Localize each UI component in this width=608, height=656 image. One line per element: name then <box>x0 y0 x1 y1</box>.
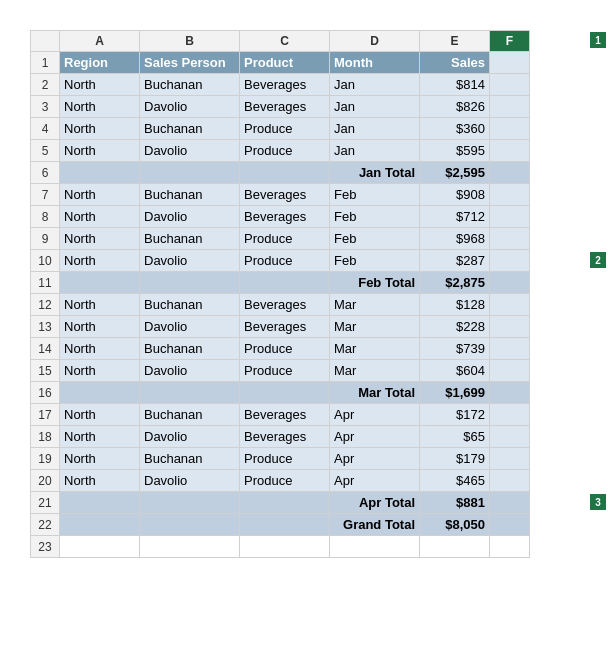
cell-8-B[interactable]: Davolio <box>140 206 240 228</box>
cell-10-A[interactable]: North <box>60 250 140 272</box>
cell-11-E[interactable]: $2,875 <box>420 272 490 294</box>
cell-7-C[interactable]: Beverages <box>240 184 330 206</box>
col-header-A[interactable]: A <box>60 30 140 52</box>
cell-5-B[interactable]: Davolio <box>140 140 240 162</box>
cell-7-E[interactable]: $908 <box>420 184 490 206</box>
cell-18-D[interactable]: Apr <box>330 426 420 448</box>
cell-14-C[interactable]: Produce <box>240 338 330 360</box>
cell-6-E[interactable]: $2,595 <box>420 162 490 184</box>
cell-16-B[interactable] <box>140 382 240 404</box>
cell-22-E[interactable]: $8,050 <box>420 514 490 536</box>
cell-15-D[interactable]: Mar <box>330 360 420 382</box>
cell-13-D[interactable]: Mar <box>330 316 420 338</box>
cell-14-E[interactable]: $739 <box>420 338 490 360</box>
cell-2-E[interactable]: $814 <box>420 74 490 96</box>
cell-14-D[interactable]: Mar <box>330 338 420 360</box>
cell-20-B[interactable]: Davolio <box>140 470 240 492</box>
cell-16-D[interactable]: Mar Total <box>330 382 420 404</box>
cell-10-B[interactable]: Davolio <box>140 250 240 272</box>
cell-22-B[interactable] <box>140 514 240 536</box>
col-header-B[interactable]: B <box>140 30 240 52</box>
cell-9-E[interactable]: $968 <box>420 228 490 250</box>
cell-17-C[interactable]: Beverages <box>240 404 330 426</box>
cell-7-D[interactable]: Feb <box>330 184 420 206</box>
cell-21-B[interactable] <box>140 492 240 514</box>
cell-23-B[interactable] <box>140 536 240 558</box>
cell-7-A[interactable]: North <box>60 184 140 206</box>
cell-11-A[interactable] <box>60 272 140 294</box>
cell-3-B[interactable]: Davolio <box>140 96 240 118</box>
cell-20-D[interactable]: Apr <box>330 470 420 492</box>
col-header-E[interactable]: E <box>420 30 490 52</box>
col-header-D[interactable]: D <box>330 30 420 52</box>
cell-19-D[interactable]: Apr <box>330 448 420 470</box>
cell-1-D[interactable]: Month <box>330 52 420 74</box>
cell-3-D[interactable]: Jan <box>330 96 420 118</box>
cell-19-B[interactable]: Buchanan <box>140 448 240 470</box>
cell-21-E[interactable]: $881 <box>420 492 490 514</box>
cell-22-D[interactable]: Grand Total <box>330 514 420 536</box>
cell-15-E[interactable]: $604 <box>420 360 490 382</box>
cell-18-B[interactable]: Davolio <box>140 426 240 448</box>
cell-14-B[interactable]: Buchanan <box>140 338 240 360</box>
cell-6-B[interactable] <box>140 162 240 184</box>
cell-17-B[interactable]: Buchanan <box>140 404 240 426</box>
cell-12-C[interactable]: Beverages <box>240 294 330 316</box>
cell-17-A[interactable]: North <box>60 404 140 426</box>
cell-1-A[interactable]: Region <box>60 52 140 74</box>
cell-17-D[interactable]: Apr <box>330 404 420 426</box>
cell-5-E[interactable]: $595 <box>420 140 490 162</box>
cell-11-B[interactable] <box>140 272 240 294</box>
cell-8-A[interactable]: North <box>60 206 140 228</box>
cell-4-B[interactable]: Buchanan <box>140 118 240 140</box>
cell-3-E[interactable]: $826 <box>420 96 490 118</box>
cell-15-C[interactable]: Produce <box>240 360 330 382</box>
cell-23-E[interactable] <box>420 536 490 558</box>
cell-4-C[interactable]: Produce <box>240 118 330 140</box>
cell-20-A[interactable]: North <box>60 470 140 492</box>
cell-5-D[interactable]: Jan <box>330 140 420 162</box>
cell-11-D[interactable]: Feb Total <box>330 272 420 294</box>
cell-12-B[interactable]: Buchanan <box>140 294 240 316</box>
cell-3-C[interactable]: Beverages <box>240 96 330 118</box>
cell-5-C[interactable]: Produce <box>240 140 330 162</box>
cell-18-E[interactable]: $65 <box>420 426 490 448</box>
cell-5-A[interactable]: North <box>60 140 140 162</box>
cell-4-E[interactable]: $360 <box>420 118 490 140</box>
cell-9-A[interactable]: North <box>60 228 140 250</box>
cell-9-B[interactable]: Buchanan <box>140 228 240 250</box>
cell-14-A[interactable]: North <box>60 338 140 360</box>
cell-19-C[interactable]: Produce <box>240 448 330 470</box>
cell-1-E[interactable]: Sales <box>420 52 490 74</box>
cell-19-E[interactable]: $179 <box>420 448 490 470</box>
cell-9-D[interactable]: Feb <box>330 228 420 250</box>
cell-6-A[interactable] <box>60 162 140 184</box>
cell-20-C[interactable]: Produce <box>240 470 330 492</box>
cell-10-E[interactable]: $287 <box>420 250 490 272</box>
cell-12-D[interactable]: Mar <box>330 294 420 316</box>
cell-11-C[interactable] <box>240 272 330 294</box>
cell-7-B[interactable]: Buchanan <box>140 184 240 206</box>
cell-21-D[interactable]: Apr Total <box>330 492 420 514</box>
cell-16-E[interactable]: $1,699 <box>420 382 490 404</box>
cell-20-E[interactable]: $465 <box>420 470 490 492</box>
outline-btn-2[interactable]: 2 <box>590 252 606 268</box>
col-header-F[interactable]: F <box>490 30 530 52</box>
cell-1-B[interactable]: Sales Person <box>140 52 240 74</box>
cell-2-A[interactable]: North <box>60 74 140 96</box>
cell-2-C[interactable]: Beverages <box>240 74 330 96</box>
cell-8-E[interactable]: $712 <box>420 206 490 228</box>
cell-18-C[interactable]: Beverages <box>240 426 330 448</box>
cell-12-A[interactable]: North <box>60 294 140 316</box>
cell-22-A[interactable] <box>60 514 140 536</box>
cell-23-A[interactable] <box>60 536 140 558</box>
cell-2-D[interactable]: Jan <box>330 74 420 96</box>
cell-6-D[interactable]: Jan Total <box>330 162 420 184</box>
cell-8-D[interactable]: Feb <box>330 206 420 228</box>
cell-3-A[interactable]: North <box>60 96 140 118</box>
cell-13-E[interactable]: $228 <box>420 316 490 338</box>
cell-21-A[interactable] <box>60 492 140 514</box>
cell-18-A[interactable]: North <box>60 426 140 448</box>
cell-16-C[interactable] <box>240 382 330 404</box>
cell-23-D[interactable] <box>330 536 420 558</box>
